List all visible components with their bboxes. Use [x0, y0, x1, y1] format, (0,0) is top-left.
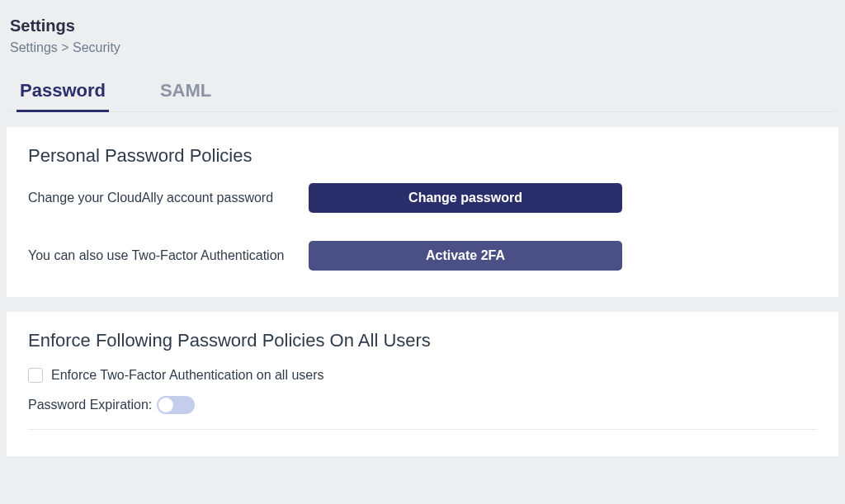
header-area: Settings Settings > Security Password SA… [0, 0, 845, 112]
enforce-policies-panel: Enforce Following Password Policies On A… [7, 312, 838, 456]
change-password-row: Change your CloudAlly account password C… [28, 183, 817, 213]
change-password-label: Change your CloudAlly account password [28, 191, 309, 205]
tab-saml[interactable]: SAML [157, 73, 215, 112]
activate-2fa-row: You can also use Two-Factor Authenticati… [28, 241, 817, 271]
password-expiration-toggle[interactable] [157, 396, 195, 414]
toggle-knob [158, 398, 173, 412]
change-password-button[interactable]: Change password [309, 183, 622, 213]
activate-2fa-label: You can also use Two-Factor Authenticati… [28, 248, 309, 263]
activate-2fa-button[interactable]: Activate 2FA [309, 241, 622, 271]
personal-password-policies-panel: Personal Password Policies Change your C… [7, 127, 838, 297]
enforce-section-title: Enforce Following Password Policies On A… [28, 330, 817, 351]
breadcrumb: Settings > Security [10, 40, 835, 55]
page-title: Settings [10, 16, 835, 35]
enforce-2fa-checkbox[interactable] [28, 368, 43, 383]
password-expiration-label: Password Expiration: [28, 398, 152, 412]
enforce-2fa-row: Enforce Two-Factor Authentication on all… [28, 368, 817, 383]
personal-section-title: Personal Password Policies [28, 145, 817, 167]
password-expiration-row: Password Expiration: [28, 396, 817, 430]
enforce-2fa-label: Enforce Two-Factor Authentication on all… [51, 368, 324, 383]
tab-password[interactable]: Password [17, 73, 109, 112]
tabs: Password SAML [10, 73, 835, 112]
